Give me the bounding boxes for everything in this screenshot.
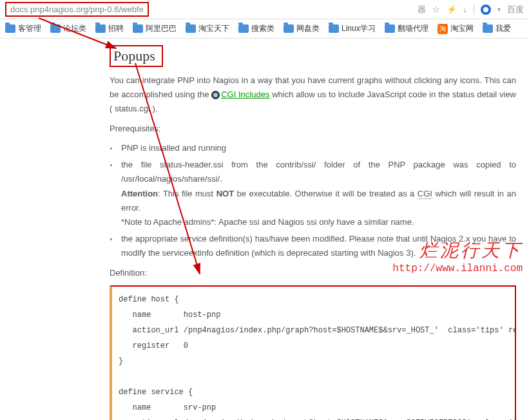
page-content: Popups You can integrate PNP into Nagios… (0, 39, 529, 420)
folder-icon (385, 24, 395, 33)
folder-icon (5, 24, 15, 33)
folder-icon (95, 24, 106, 33)
cgi-includes-link[interactable]: CGI Includes (221, 90, 269, 99)
taobao-icon: 淘 (438, 24, 448, 34)
globe-icon (211, 91, 220, 99)
folder-icon (50, 24, 61, 33)
bookmark-item[interactable]: 阿里巴巴 (133, 23, 177, 34)
baidu-icon[interactable] (481, 5, 491, 15)
bookmark-item[interactable]: 淘淘宝网 (438, 23, 474, 34)
prerequisites-label: Prerequisites: (110, 124, 516, 133)
bookmark-item[interactable]: 翻墙代理 (385, 23, 428, 34)
code-block: define host { name host-pnp action_url /… (110, 285, 516, 420)
address-bar: docs.pnp4nagios.org/pnp-0.6/webfe 器 ☆ ⚡ … (0, 0, 529, 19)
folder-icon (329, 24, 339, 33)
folder-icon (483, 24, 493, 33)
list-item: the appropriate service definition(s) ha… (121, 232, 516, 260)
bookmark-item[interactable]: Linux学习 (329, 23, 376, 34)
bookmark-item[interactable]: 我爱 (483, 23, 511, 34)
intro-paragraph: You can integrate PNP into Nagios in a w… (110, 73, 516, 116)
bolt-icon[interactable]: ⚡ (447, 5, 457, 14)
qr-icon[interactable]: 器 (418, 4, 426, 15)
bookmark-item[interactable]: 客管理 (5, 23, 41, 34)
bookmarks-bar: 客管理 论坛类 招聘 阿里巴巴 淘宝天下 搜索类 网盘类 Linux学习 翻墙代… (0, 19, 529, 39)
page-title: Popups (110, 45, 163, 67)
prerequisites-list: PNP is installed and running the file st… (110, 141, 516, 260)
chevron-down-icon[interactable]: ▾ (497, 6, 501, 13)
folder-icon (186, 24, 196, 33)
folder-icon (133, 24, 143, 33)
folder-icon (238, 24, 249, 33)
url-text[interactable]: docs.pnp4nagios.org/pnp-0.6/webfe (5, 2, 149, 17)
bookmark-item[interactable]: 论坛类 (50, 23, 86, 34)
bookmark-item[interactable]: 淘宝天下 (186, 23, 229, 34)
definition-label: Definition: (110, 268, 516, 278)
list-item: PNP is installed and running (121, 141, 516, 155)
bookmark-item[interactable]: 搜索类 (238, 23, 274, 34)
folder-icon (284, 24, 294, 33)
download-icon[interactable]: ↓ (463, 5, 468, 14)
search-engine-label: 百度 (507, 4, 524, 15)
divider (474, 5, 474, 15)
list-item: the file status-header.ssi from the cont… (121, 158, 516, 229)
bookmark-item[interactable]: 招聘 (95, 23, 124, 34)
bookmark-item[interactable]: 网盘类 (284, 23, 320, 34)
star-icon[interactable]: ☆ (432, 5, 440, 14)
cgi-abbr: CGI (418, 189, 432, 199)
address-bar-icons: 器 ☆ ⚡ ↓ ▾ 百度 (418, 4, 524, 15)
